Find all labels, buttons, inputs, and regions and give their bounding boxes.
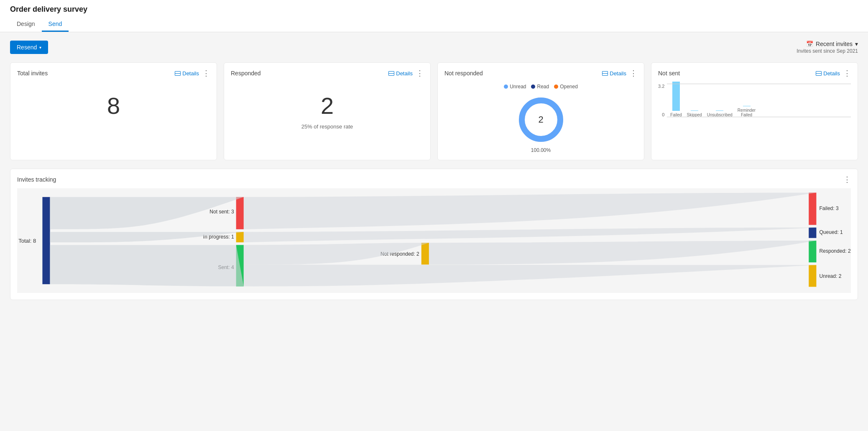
sankey-title: Invites tracking <box>17 176 56 183</box>
donut-legend: Unread Read Opened <box>504 84 578 90</box>
legend-read: Read <box>531 84 549 90</box>
not-sent-details-link[interactable]: Details <box>816 70 840 77</box>
donut-chart: 2 <box>516 95 566 145</box>
not-responded-card: Not responded Details ⋮ Unread <box>437 62 644 160</box>
tab-design[interactable]: Design <box>10 17 42 32</box>
table-icon <box>388 71 394 76</box>
recent-invites-subtitle: Invites sent since Sep 2021 <box>797 48 858 54</box>
donut-pct: 100.00% <box>531 147 551 153</box>
total-invites-card: Total invites Details ⋮ 8 <box>10 62 217 160</box>
total-invites-details-link[interactable]: Details <box>175 70 199 77</box>
total-invites-more-button[interactable]: ⋮ <box>202 69 210 77</box>
bar-reminder-failed: ReminderFailed <box>738 106 756 117</box>
chevron-down-icon: ▾ <box>39 45 41 50</box>
toolbar: Resend ▾ 📅 Recent invites ▾ Invites sent… <box>10 41 858 54</box>
responded-subtitle: 25% of response rate <box>231 123 424 136</box>
not-sent-card: Not sent Details ⋮ 3.2 0 <box>651 62 858 160</box>
responded-card: Responded Details ⋮ 2 25% of response ra… <box>224 62 431 160</box>
responded-value: 2 <box>231 84 424 123</box>
sankey-section: Invites tracking ⋮ Total: 8 Not sent: 3 … <box>10 169 858 300</box>
unread-dot <box>504 85 508 89</box>
recent-invites-button[interactable]: 📅 Recent invites ▾ <box>806 41 858 47</box>
calendar-icon: 📅 <box>806 41 813 47</box>
svg-rect-5 <box>236 197 244 229</box>
table-icon <box>175 71 181 76</box>
not-responded-more-button[interactable]: ⋮ <box>630 69 637 77</box>
svg-rect-11 <box>421 243 429 264</box>
opened-dot <box>554 85 558 89</box>
svg-text:Not sent: 3: Not sent: 3 <box>209 209 234 215</box>
read-dot <box>531 85 535 89</box>
page-title: Order delivery survey <box>10 5 858 14</box>
bar-chart: 3.2 0 Failed Skipped <box>658 84 851 117</box>
responded-more-button[interactable]: ⋮ <box>416 69 424 77</box>
tab-send[interactable]: Send <box>42 17 69 32</box>
svg-text:Queued: 1: Queued: 1 <box>819 229 843 235</box>
not-sent-title: Not sent <box>658 70 680 77</box>
not-sent-more-button[interactable]: ⋮ <box>843 69 851 77</box>
responded-details-link[interactable]: Details <box>388 70 413 77</box>
bar-skipped: Skipped <box>687 110 702 117</box>
not-responded-title: Not responded <box>444 70 483 77</box>
total-invites-value: 8 <box>17 84 210 123</box>
legend-opened: Opened <box>554 84 578 90</box>
svg-rect-13 <box>809 192 816 225</box>
legend-unread: Unread <box>504 84 526 90</box>
bar-unsubscribed: Unsubscribed <box>707 110 733 117</box>
svg-rect-19 <box>809 265 816 287</box>
svg-text:Total: 8: Total: 8 <box>18 238 36 244</box>
responded-title: Responded <box>231 70 261 77</box>
svg-text:Unread: 2: Unread: 2 <box>819 273 841 279</box>
total-invites-title: Total invites <box>17 70 48 77</box>
chevron-down-icon: ▾ <box>855 41 858 47</box>
table-icon <box>602 71 608 76</box>
tab-bar: Design Send <box>10 17 858 32</box>
sankey-chart: Total: 8 Not sent: 3 In progress: 1 Sent… <box>17 188 851 293</box>
svg-rect-3 <box>42 197 50 284</box>
svg-rect-7 <box>236 232 244 242</box>
svg-text:Responded: 2: Responded: 2 <box>819 248 850 254</box>
resend-button[interactable]: Resend ▾ <box>10 41 48 54</box>
metric-cards: Total invites Details ⋮ 8 Responded <box>10 62 858 160</box>
svg-rect-15 <box>809 228 816 238</box>
recent-invites-area: 📅 Recent invites ▾ Invites sent since Se… <box>797 41 858 54</box>
sankey-more-button[interactable]: ⋮ <box>843 176 851 183</box>
svg-rect-17 <box>809 241 816 262</box>
svg-text:Failed: 3: Failed: 3 <box>819 205 838 211</box>
bar-failed: Failed <box>670 82 682 117</box>
table-icon <box>816 71 822 76</box>
not-responded-details-link[interactable]: Details <box>602 70 626 77</box>
